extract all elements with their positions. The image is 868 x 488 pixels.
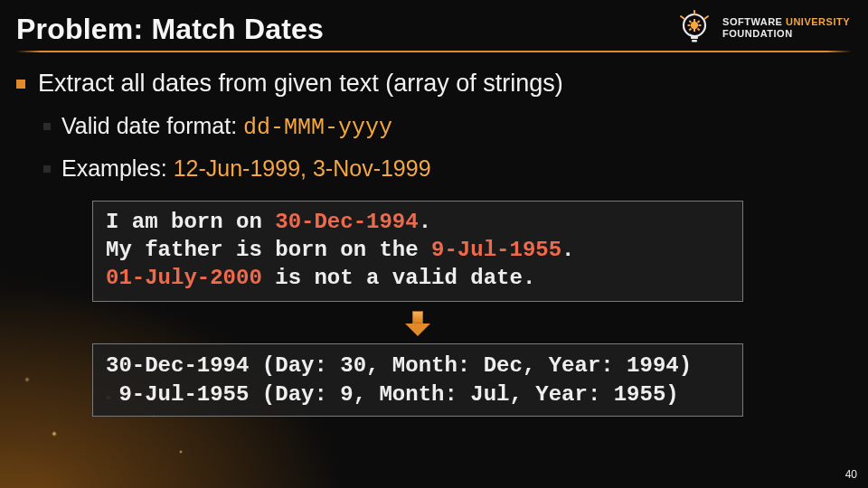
slide-title: Problem: Match Dates bbox=[16, 13, 324, 46]
page-number: 40 bbox=[845, 468, 857, 481]
bullet-examples-text: Examples: 12-Jun-1999, 3-Nov-1999 bbox=[61, 155, 431, 183]
arrow-down-icon bbox=[405, 311, 430, 338]
bullet-format: Valid date format: dd-MMM-yyyy bbox=[43, 112, 852, 142]
arrow-down bbox=[16, 311, 819, 338]
bullet-marker-icon bbox=[43, 165, 51, 173]
svg-line-12 bbox=[681, 16, 684, 19]
svg-point-1 bbox=[691, 22, 698, 29]
svg-rect-5 bbox=[699, 24, 702, 26]
lightbulb-gear-icon bbox=[675, 9, 713, 47]
example-output-box: 30-Dec-1994 (Day: 30, Month: Dec, Year: … bbox=[92, 343, 743, 416]
svg-rect-7 bbox=[697, 20, 701, 23]
bullet-main-text: Extract all dates from given text (array… bbox=[38, 69, 563, 99]
svg-rect-2 bbox=[693, 19, 695, 22]
example-input-box: I am born on 30-Dec-1994. My father is b… bbox=[92, 201, 743, 302]
bullet-marker-icon bbox=[43, 123, 51, 130]
svg-rect-9 bbox=[697, 28, 701, 32]
bullet-marker-icon bbox=[16, 80, 25, 89]
bullet-format-text: Valid date format: dd-MMM-yyyy bbox=[61, 112, 392, 142]
svg-rect-3 bbox=[693, 29, 695, 32]
svg-rect-6 bbox=[689, 20, 693, 23]
bullet-main: Extract all dates from given text (array… bbox=[16, 69, 852, 99]
slide-body: Extract all dates from given text (array… bbox=[16, 69, 852, 417]
brand-text: SOFTWARE UNIVERSITY FOUNDATION bbox=[722, 17, 850, 39]
title-underline bbox=[16, 51, 852, 52]
svg-rect-8 bbox=[689, 28, 693, 32]
svg-rect-11 bbox=[692, 40, 697, 42]
svg-rect-10 bbox=[691, 36, 698, 39]
svg-rect-4 bbox=[688, 24, 691, 26]
svg-line-13 bbox=[704, 16, 708, 19]
bullet-examples: Examples: 12-Jun-1999, 3-Nov-1999 bbox=[43, 155, 852, 183]
brand-logo: SOFTWARE UNIVERSITY FOUNDATION bbox=[675, 9, 850, 47]
